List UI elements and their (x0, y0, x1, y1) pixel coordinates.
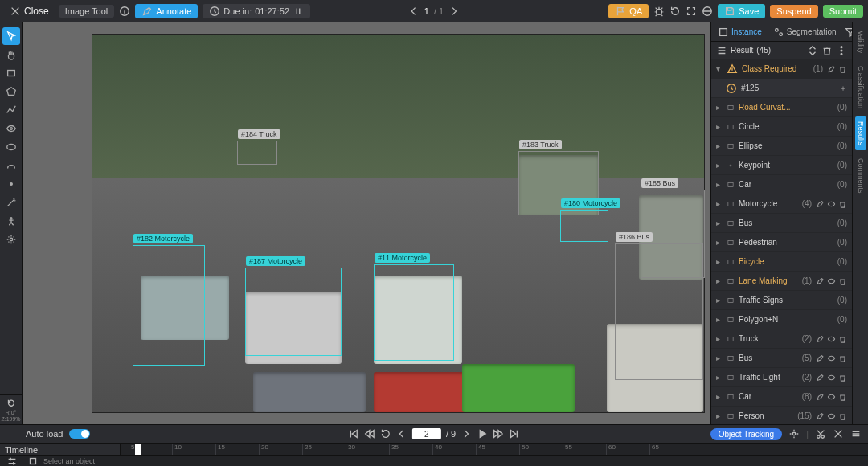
jump-end-icon[interactable] (509, 428, 520, 439)
canvas[interactable]: #184 Truck#183 Truck#185 Bus#186 Bus#180… (23, 22, 710, 424)
bounding-box[interactable]: #186 Bus (615, 243, 703, 380)
sort-icon[interactable] (807, 45, 818, 56)
play-icon[interactable] (477, 428, 488, 439)
class-required-row[interactable]: ▾ Class Required (1) (711, 59, 852, 79)
bounding-box[interactable]: #182 Motorcycle (133, 245, 205, 366)
history-icon[interactable] (669, 6, 681, 17)
class-row[interactable]: ▸Lane Marking(1) (711, 272, 852, 291)
edit-icon[interactable] (816, 334, 825, 343)
delete-icon[interactable] (838, 392, 847, 401)
bounding-box[interactable]: #180 Motorcycle (560, 210, 608, 242)
frame-input[interactable] (412, 428, 441, 439)
vtab-results[interactable]: Results (855, 117, 866, 150)
edit-icon[interactable] (827, 64, 836, 73)
curve-tool[interactable] (2, 157, 20, 174)
visibility-icon[interactable] (827, 373, 836, 382)
edit-icon[interactable] (816, 276, 825, 285)
class-row[interactable]: ▸Keypoint(0) (711, 156, 852, 175)
visibility-icon[interactable] (827, 276, 836, 285)
visibility-icon[interactable] (827, 199, 836, 208)
chevron-right-icon[interactable] (448, 6, 460, 17)
next-frame-icon[interactable] (461, 428, 472, 439)
tab-segmentation[interactable]: Segmentation (770, 24, 840, 40)
id-row[interactable]: #125 ＋ (711, 79, 852, 98)
rewind-icon[interactable] (364, 428, 375, 439)
point-tool[interactable] (2, 175, 20, 193)
info-icon[interactable] (119, 6, 130, 17)
delete-icon[interactable] (838, 199, 847, 208)
settings-tool[interactable] (2, 231, 20, 248)
annotate-button[interactable]: Annotate (135, 4, 198, 18)
hand-tool[interactable] (2, 46, 20, 63)
keypoint-tool[interactable] (2, 212, 20, 230)
visibility-icon[interactable] (827, 334, 836, 343)
edit-icon[interactable] (816, 411, 825, 420)
visibility-icon[interactable] (827, 354, 836, 362)
trash-icon[interactable] (821, 45, 833, 56)
delete-icon[interactable] (838, 334, 847, 343)
class-row[interactable]: ▸Person(15) (711, 407, 852, 424)
bug-icon[interactable] (653, 6, 665, 17)
class-row[interactable]: ▸Circle(0) (711, 117, 852, 137)
suspend-button[interactable]: Suspend (770, 5, 817, 18)
submit-button[interactable]: Submit (823, 5, 863, 18)
chevron-left-icon[interactable] (408, 6, 420, 17)
class-row[interactable]: ▸Bus(0) (711, 214, 852, 233)
due-chip[interactable]: Due in: 01:27:52 (203, 4, 310, 18)
class-row[interactable]: ▸Truck(2) (711, 329, 852, 349)
class-row[interactable]: ▸Motorcycle(4) (711, 194, 852, 214)
shortcuts-icon[interactable] (702, 6, 713, 17)
delete-icon[interactable] (838, 373, 847, 382)
save-button[interactable]: Save (718, 4, 765, 18)
edit-icon[interactable] (816, 373, 825, 382)
rect-tool[interactable] (2, 64, 20, 82)
tab-instance[interactable]: Instance (714, 24, 765, 40)
track-settings-icon[interactable] (850, 428, 862, 439)
class-row[interactable]: ▸Traffic Signs(0) (711, 291, 852, 310)
visibility-icon[interactable] (827, 392, 836, 401)
delete-icon[interactable] (838, 354, 847, 362)
fullscreen-icon[interactable] (686, 6, 697, 17)
polyline-tool[interactable] (2, 101, 20, 119)
class-row[interactable]: ▸Car(0) (711, 175, 852, 194)
add-icon[interactable]: ＋ (839, 83, 847, 94)
object-tracking-button[interactable]: Object Tracking (710, 428, 782, 440)
clear-track-icon[interactable] (833, 428, 844, 439)
eye-tool[interactable] (2, 120, 20, 137)
qa-button[interactable]: QA (608, 4, 649, 18)
edit-icon[interactable] (816, 392, 825, 401)
forward-icon[interactable] (493, 428, 504, 439)
autoload-toggle[interactable] (69, 429, 90, 439)
tracking-settings-icon[interactable] (788, 428, 800, 439)
class-row[interactable]: ▸Polygon+N(0) (711, 310, 852, 329)
filter-icon[interactable] (845, 27, 852, 38)
bounding-box[interactable]: #184 Truck (237, 141, 277, 165)
cursor-tool[interactable] (2, 27, 20, 45)
cut-icon[interactable] (815, 428, 826, 439)
sliders-icon[interactable] (6, 456, 18, 467)
vtab-validity[interactable]: Validity (855, 26, 866, 58)
class-row[interactable]: ▸Traffic Light(2) (711, 368, 852, 387)
delete-icon[interactable] (838, 276, 847, 285)
class-row[interactable]: ▸Bicycle(0) (711, 252, 852, 272)
class-row[interactable]: ▸Ellipse(0) (711, 137, 852, 156)
ellipse-tool[interactable] (2, 138, 20, 156)
class-row[interactable]: ▸Road Curvat...(0) (711, 98, 852, 117)
magic-tool[interactable] (2, 194, 20, 211)
bounding-box[interactable]: #187 Motorcycle (245, 268, 342, 356)
vtab-classification[interactable]: Classification (855, 61, 866, 113)
polygon-tool[interactable] (2, 83, 20, 100)
vtab-comments[interactable]: Comments (855, 153, 866, 198)
edit-icon[interactable] (816, 354, 825, 362)
delete-icon[interactable] (838, 64, 847, 73)
jump-start-icon[interactable] (348, 428, 359, 439)
loop-icon[interactable] (380, 428, 391, 439)
rotation-icon[interactable] (6, 398, 17, 409)
class-row[interactable]: ▸Bus(5) (711, 349, 852, 368)
tool-chip[interactable]: Image Tool (59, 5, 115, 18)
prev-frame-icon[interactable] (396, 428, 407, 439)
visibility-icon[interactable] (827, 411, 836, 420)
bounding-box[interactable]: #11 Motorcycle (374, 264, 454, 361)
edit-icon[interactable] (816, 199, 825, 208)
class-row[interactable]: ▸Pedestrian(0) (711, 233, 852, 252)
